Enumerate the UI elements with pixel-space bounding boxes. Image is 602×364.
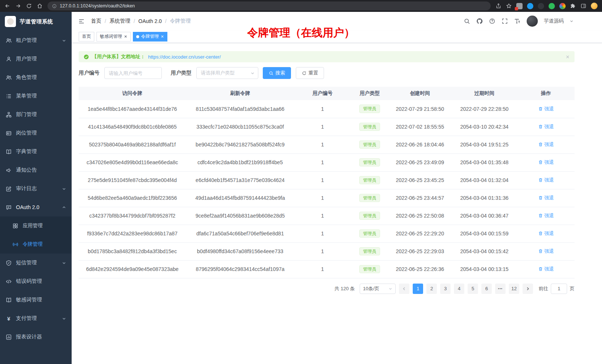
breadcrumb-home[interactable]: 首页 xyxy=(91,18,101,24)
table-row: 502375b8040a469a9b82188afdf6af1f be90422… xyxy=(79,136,575,153)
page-button-1[interactable]: 1 xyxy=(413,284,423,294)
search-icon[interactable] xyxy=(464,18,470,24)
extension-green-icon[interactable] xyxy=(549,3,555,9)
close-icon[interactable] xyxy=(161,35,164,38)
pagination-ellipsis[interactable]: ••• xyxy=(495,284,506,294)
trash-icon xyxy=(538,267,543,271)
expire-time-cell: 2054-03-04 01:31:36 xyxy=(451,189,517,207)
search-button[interactable]: 搜索 xyxy=(263,67,291,79)
user-type-placeholder: 请选择用户类型 xyxy=(201,70,235,76)
user-avatar[interactable] xyxy=(527,16,538,27)
page-size-select[interactable]: 10条/页 xyxy=(360,284,396,294)
extension-colorful-icon[interactable] xyxy=(559,3,566,9)
goto-label: 前往 xyxy=(539,285,548,292)
sidebar-item-post[interactable]: 岗位管理 xyxy=(0,124,72,142)
close-icon[interactable] xyxy=(124,35,127,38)
app-logo[interactable]: 芋道管理系统 xyxy=(0,12,72,31)
user-id-input[interactable] xyxy=(104,67,162,79)
bookmark-star-icon[interactable] xyxy=(506,3,512,9)
yen-icon xyxy=(6,316,12,321)
force-logout-button[interactable]: 强退 xyxy=(538,195,554,201)
sidebar-item-notice[interactable]: 通知公告 xyxy=(0,161,72,179)
side-panel-icon[interactable] xyxy=(580,3,586,9)
page-button-3[interactable]: 3 xyxy=(440,284,451,294)
sidebar-item-oauth2[interactable]: OAuth 2.0 xyxy=(0,198,72,216)
access-token-cell: b0d1785bc3a8482f812db4a3f3bd15ec xyxy=(79,242,186,260)
tab-token[interactable]: 令牌管理 xyxy=(133,32,167,42)
page-button-2[interactable]: 2 xyxy=(426,284,437,294)
force-logout-label: 强退 xyxy=(544,106,554,112)
sidebar-item-dept[interactable]: 部门管理 xyxy=(0,105,72,124)
breadcrumb-system[interactable]: 系统管理 xyxy=(109,18,130,24)
sidebar-item-label: 审计日志 xyxy=(16,185,37,192)
reload-icon[interactable] xyxy=(26,3,32,9)
sidebar-item-role[interactable]: 角色管理 xyxy=(0,68,72,87)
page-button-5[interactable]: 5 xyxy=(468,284,478,294)
tab-home[interactable]: 首页 xyxy=(79,32,94,42)
prev-page-button[interactable] xyxy=(399,284,409,294)
extension-badge-icon[interactable] xyxy=(516,3,523,9)
tab-label: 令牌管理 xyxy=(141,33,159,40)
goto-page-input[interactable] xyxy=(551,284,567,294)
sidebar-item-sms[interactable]: 短信管理 xyxy=(0,254,72,272)
browser-profile-avatar[interactable] xyxy=(591,3,598,9)
sidebar-item-report-designer[interactable]: 报表设计器 xyxy=(0,328,72,346)
force-logout-button[interactable]: 强退 xyxy=(538,230,554,237)
user-type-tag: 管理员 xyxy=(359,247,380,256)
extensions-puzzle-icon[interactable] xyxy=(570,3,576,9)
sidebar-item-oauth2-app[interactable]: 应用管理 xyxy=(0,216,72,235)
sidebar-item-dict[interactable]: 字典管理 xyxy=(0,142,72,161)
tab-sensitive-word[interactable]: 敏感词管理 xyxy=(96,32,131,42)
site-info-icon[interactable] xyxy=(52,4,57,9)
col-refresh-token: 刷新令牌 xyxy=(186,87,294,100)
menu-list-icon xyxy=(6,93,12,99)
actions-cell: 强退 xyxy=(517,136,575,153)
user-id-cell: 1 xyxy=(294,207,351,225)
page-button-12[interactable]: 12 xyxy=(509,284,519,294)
github-icon[interactable] xyxy=(476,18,483,24)
next-page-button[interactable] xyxy=(523,284,533,294)
help-icon[interactable] xyxy=(489,18,495,24)
sidebar-item-error-code[interactable]: 错误码管理 xyxy=(0,272,72,291)
force-logout-button[interactable]: 强退 xyxy=(538,123,554,130)
force-logout-button[interactable]: 强退 xyxy=(538,159,554,166)
sidebar-item-label: 菜单管理 xyxy=(16,93,37,99)
chevron-down-icon[interactable] xyxy=(570,19,573,23)
address-bar[interactable]: 127.0.0.1:1024/system/oauth2/token xyxy=(48,1,491,10)
force-logout-button[interactable]: 强退 xyxy=(538,266,554,272)
close-icon[interactable] xyxy=(566,55,570,59)
font-size-icon[interactable] xyxy=(514,18,521,24)
page-button-6[interactable]: 6 xyxy=(481,284,492,294)
trash-icon xyxy=(538,142,543,147)
home-icon[interactable] xyxy=(37,3,43,9)
access-token-cell: c347026e805e4d99b0d116eae66eda8c xyxy=(79,153,186,171)
share-icon[interactable] xyxy=(495,3,501,9)
force-logout-button[interactable]: 强退 xyxy=(538,106,554,112)
breadcrumb-oauth2[interactable]: OAuth 2.0 xyxy=(138,18,162,24)
force-logout-button[interactable]: 强退 xyxy=(538,248,554,255)
force-logout-label: 强退 xyxy=(544,141,554,148)
refresh-token-cell: 49d1aa46d1454fbd87591444423be9fa xyxy=(186,189,294,207)
sidebar-item-tenant[interactable]: 租户管理 xyxy=(0,31,72,50)
fullscreen-icon[interactable] xyxy=(501,18,508,24)
force-logout-button[interactable]: 强退 xyxy=(538,212,554,219)
sidebar-item-oauth2-token[interactable]: 令牌管理 xyxy=(0,235,72,254)
force-logout-button[interactable]: 强退 xyxy=(538,177,554,183)
doc-link[interactable]: https://doc.iocoder.cn/user-center/ xyxy=(148,54,221,60)
reset-button[interactable]: 重置 xyxy=(296,67,324,79)
extension-blue-icon[interactable] xyxy=(527,3,533,9)
sidebar-item-user[interactable]: 用户管理 xyxy=(0,50,72,68)
extension-dark-icon[interactable] xyxy=(538,3,544,9)
force-logout-button[interactable]: 强退 xyxy=(538,141,554,148)
forward-icon[interactable] xyxy=(15,3,21,9)
user-name[interactable]: 芋道源码 xyxy=(544,18,564,24)
user-type-select[interactable]: 请选择用户类型 xyxy=(196,67,258,79)
breadcrumb-separator xyxy=(165,18,167,24)
page-button-4[interactable]: 4 xyxy=(454,284,464,294)
sidebar-item-pay[interactable]: 支付管理 xyxy=(0,309,72,328)
sidebar-item-audit-log[interactable]: 审计日志 xyxy=(0,179,72,198)
hamburger-icon[interactable] xyxy=(78,18,85,25)
sidebar-item-menu[interactable]: 菜单管理 xyxy=(0,87,72,105)
back-icon[interactable] xyxy=(4,3,10,9)
sidebar-item-sensitive-word[interactable]: 敏感词管理 xyxy=(0,291,72,309)
